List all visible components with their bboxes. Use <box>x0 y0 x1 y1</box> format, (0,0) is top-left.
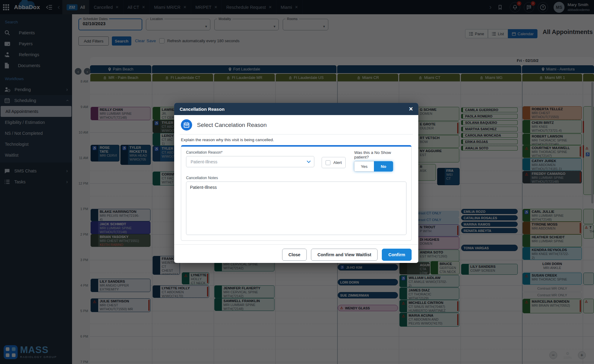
confirm-view-waitlist-button[interactable]: Confirm and View Waitlist <box>311 249 378 261</box>
close-icon[interactable]: × <box>409 106 413 112</box>
close-button[interactable]: Close <box>282 249 307 261</box>
modal-heading: Select Cancelation Reason <box>197 122 267 128</box>
noshow-question-label: Was this a No Show patient? <box>354 150 406 159</box>
noshow-toggle: Yes No <box>354 161 393 172</box>
chevron-down-icon <box>307 159 311 163</box>
app-root: AbbaDox ‹ 232AllCancelled✕All CT✕Miami M… <box>0 0 594 364</box>
reason-selected-value: Patient-Illness <box>191 159 217 164</box>
cancellation-notes-textarea[interactable] <box>186 182 406 235</box>
alert-checkbox-group[interactable]: Alert <box>322 157 346 168</box>
noshow-no-button[interactable]: No <box>374 161 393 172</box>
modal-title: Cancellation Reason <box>180 107 225 112</box>
modal-header: Cancellation Reason × <box>174 103 418 115</box>
alert-checkbox[interactable] <box>326 160 330 165</box>
calendar-badge-icon <box>181 119 192 131</box>
notes-label: Cancellation Notes <box>186 176 406 180</box>
cancellation-form-panel: Cancellation Reason* Patient-Illness Ale… <box>181 145 412 241</box>
confirm-button[interactable]: Confirm <box>382 249 412 261</box>
cancellation-reason-modal: Cancellation Reason × Select Cancelation… <box>174 103 418 263</box>
modal-description: Explain the reason why this visit is bei… <box>181 138 412 142</box>
divider <box>180 134 413 134</box>
noshow-yes-button[interactable]: Yes <box>354 161 374 172</box>
reason-label: Cancellation Reason* <box>186 150 314 155</box>
cancellation-reason-select[interactable]: Patient-Illness <box>186 156 314 167</box>
modal-body: Select Cancelation Reason Explain the re… <box>174 115 418 241</box>
alert-label: Alert <box>333 160 342 165</box>
modal-footer: Close Confirm and View Waitlist Confirm <box>174 244 418 263</box>
